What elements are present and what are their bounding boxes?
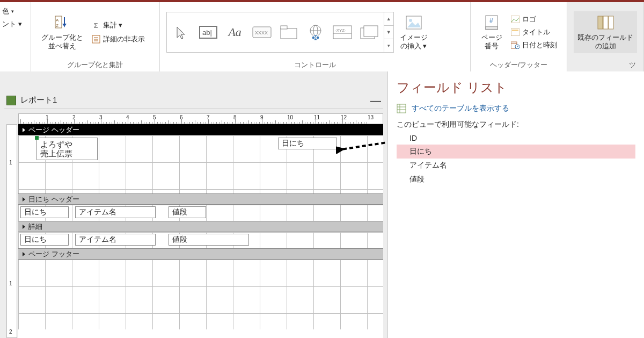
calendar-clock-icon: [510, 40, 520, 50]
svg-rect-12: [281, 26, 287, 29]
group-sort-icon: AZ: [54, 14, 71, 31]
gallery-pointer[interactable]: [168, 19, 195, 45]
color-label: 色: [2, 6, 9, 16]
show-all-tables-label: すべてのテーブルを表示する: [412, 104, 509, 113]
ribbon: 色▾ ント ▾ AZ グループ化と 並べ替え Σ 集計 ▾: [0, 0, 644, 71]
gallery-textbox[interactable]: ab|: [195, 19, 222, 45]
gallery-label[interactable]: Aa: [222, 19, 248, 45]
tools-label: ツ: [574, 59, 637, 71]
field-item-0[interactable]: ID: [397, 132, 635, 145]
table-icon: [397, 104, 406, 113]
sigma-icon: Σ: [91, 20, 101, 30]
color-button[interactable]: 色▾: [0, 5, 16, 17]
page-footer-bar[interactable]: ページ フッター: [18, 248, 383, 260]
page-footer-section[interactable]: [18, 260, 383, 329]
d-date-field[interactable]: 日にち: [20, 234, 69, 246]
svg-point-25: [409, 19, 412, 22]
svg-rect-37: [609, 16, 613, 29]
logo-icon: [510, 15, 520, 24]
date-field-control[interactable]: 日にち: [278, 138, 337, 149]
field-items-list: ID日にちアイテム名値段: [397, 132, 635, 186]
grouping-label: グループ化と集計: [38, 59, 153, 71]
gallery-scroll[interactable]: ▲ ▼ ▾: [384, 12, 393, 52]
page-number-label: ページ 番号: [481, 33, 502, 51]
report-tab-header: レポート1 —: [4, 94, 383, 109]
svg-text:ab|: ab|: [202, 28, 212, 37]
page-header-section[interactable]: よろずや 売上伝票 日にち: [18, 135, 383, 193]
hide-details-label: 詳細の非表示: [103, 34, 145, 44]
detail-bar[interactable]: 詳細: [18, 221, 383, 232]
page-number-button[interactable]: # ページ 番号: [477, 11, 506, 54]
svg-rect-28: [486, 26, 497, 30]
svg-rect-39: [397, 104, 406, 113]
existing-fields-button[interactable]: 既存のフィールド の追加: [574, 11, 637, 54]
field-item-2[interactable]: アイテム名: [397, 159, 635, 172]
available-fields-caption: このビューで利用可能なフィールド:: [397, 120, 635, 130]
gallery-scroll-down[interactable]: ▼: [384, 26, 393, 39]
dh-item-label[interactable]: アイテム名: [75, 206, 156, 218]
design-pane: レポート1 — 12345678910111213 112 ページ ヘッダー よ…: [0, 71, 387, 338]
page-footer-label: ページ フッター: [28, 249, 79, 259]
date-header-bar[interactable]: 日にち ヘッダー: [18, 193, 383, 205]
gallery-scroll-more[interactable]: ▾: [384, 39, 393, 52]
svg-rect-11: [281, 28, 297, 39]
existing-fields-icon: [597, 14, 614, 31]
gallery-link[interactable]: [302, 19, 329, 45]
field-list-title: フィールド リスト: [397, 79, 635, 96]
detail-label: 詳細: [28, 222, 42, 232]
group-sort-label: グループ化と 並べ替え: [41, 33, 83, 51]
totals-button[interactable]: Σ 集計 ▾: [89, 19, 147, 31]
image-icon: [405, 14, 422, 31]
vertical-ruler[interactable]: 112: [6, 124, 17, 338]
page-header-label: ページ ヘッダー: [28, 125, 79, 135]
title-label: タイトル: [522, 27, 550, 37]
dh-date-label[interactable]: 日にち: [20, 206, 69, 218]
d-item-field[interactable]: アイテム名: [75, 234, 156, 246]
title-label-control[interactable]: よろずや 売上伝票: [36, 138, 98, 160]
svg-rect-29: [511, 16, 519, 23]
svg-text:-XYZ-: -XYZ-: [335, 28, 346, 33]
svg-rect-23: [364, 26, 378, 37]
d-price-field[interactable]: 値段: [169, 234, 249, 246]
date-header-section[interactable]: 日にち アイテム名 値段: [18, 205, 383, 221]
work-area: レポート1 — 12345678910111213 112 ページ ヘッダー よ…: [0, 71, 644, 338]
headerfooter-label: ヘッダー/フッター: [477, 59, 560, 71]
page-number-icon: #: [483, 14, 500, 31]
controls-label: コントロール: [166, 59, 464, 71]
group-sort-button[interactable]: AZ グループ化と 並べ替え: [38, 11, 87, 54]
svg-text:A: A: [56, 18, 59, 23]
gallery-tab[interactable]: [275, 19, 302, 45]
svg-text:XXXX: XXXX: [255, 30, 268, 35]
font-button[interactable]: ント ▾: [0, 18, 24, 30]
field-item-1[interactable]: 日にち: [397, 145, 635, 159]
svg-rect-36: [603, 16, 608, 29]
insert-image-button[interactable]: イメージ の挿入 ▾: [396, 11, 431, 54]
svg-text:#: #: [489, 17, 493, 25]
title-button[interactable]: タイトル: [508, 26, 559, 38]
svg-text:Z: Z: [56, 23, 58, 28]
dh-price-label[interactable]: 値段: [169, 206, 206, 218]
existing-fields-label: 既存のフィールド の追加: [577, 33, 633, 51]
detail-section[interactable]: 日にち アイテム名 値段: [18, 232, 383, 248]
design-surface[interactable]: ページ ヘッダー よろずや 売上伝票 日にち 日にち ヘッダー 日にち アイテム…: [18, 124, 383, 338]
hide-details-icon: [91, 34, 101, 44]
font-label: ント ▾: [2, 19, 22, 29]
datetime-button[interactable]: 日付と時刻: [508, 39, 559, 51]
page-header-bar[interactable]: ページ ヘッダー: [18, 124, 383, 135]
gallery-scroll-up[interactable]: ▲: [384, 12, 393, 26]
logo-button[interactable]: ロゴ: [508, 13, 559, 25]
show-all-tables-link[interactable]: すべてのテーブルを表示する: [397, 102, 635, 116]
horizontal-ruler[interactable]: 12345678910111213: [18, 113, 383, 124]
report-icon: [6, 96, 16, 105]
minimize-icon[interactable]: —: [370, 98, 381, 103]
datetime-label: 日付と時刻: [522, 40, 557, 50]
svg-rect-31: [512, 30, 518, 31]
hide-details-button[interactable]: 詳細の非表示: [89, 33, 147, 45]
insert-image-label: イメージ の挿入 ▾: [400, 33, 428, 51]
gallery-button[interactable]: XXXX: [248, 19, 275, 45]
report-tab-title: レポート1: [20, 95, 57, 105]
field-item-3[interactable]: 値段: [397, 172, 635, 186]
gallery-group[interactable]: [356, 19, 383, 45]
gallery-navigation[interactable]: -XYZ-: [329, 19, 356, 45]
totals-label: 集計 ▾: [103, 20, 123, 30]
